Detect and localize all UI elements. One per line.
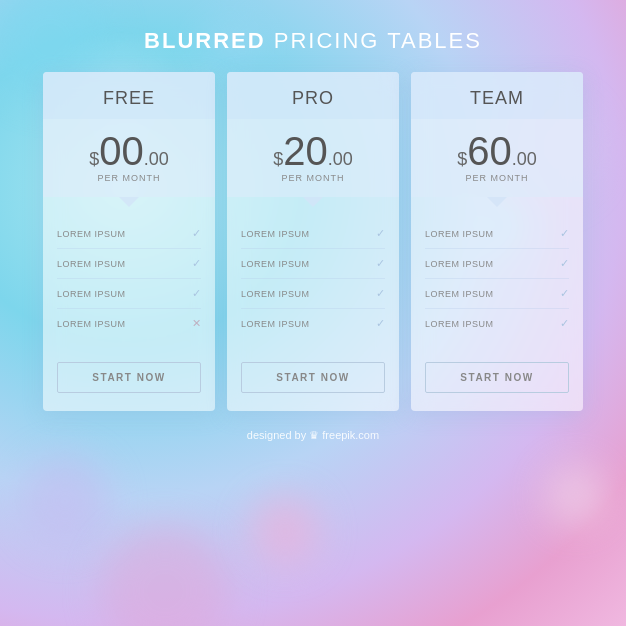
footer: designed by ♛ freepik.com [0,429,626,442]
price-cents: .00 [144,149,169,170]
feature-label: LOREM IPSUM [425,229,494,239]
card-title-team: TEAM [421,88,573,109]
card-header-team: TEAM [411,72,583,119]
card-title-free: FREE [53,88,205,109]
list-item: LOREM IPSUM✓ [425,249,569,279]
crown-icon: ♛ [309,429,319,441]
card-features-pro: LOREM IPSUM✓LOREM IPSUM✓LOREM IPSUM✓LORE… [227,197,399,352]
check-icon: ✓ [192,227,201,240]
card-header-pro: PRO [227,72,399,119]
price-period: PER MONTH [53,173,205,183]
list-item: LOREM IPSUM✓ [57,219,201,249]
price-main: 20 [283,131,328,171]
feature-label: LOREM IPSUM [57,229,126,239]
cross-icon: ✕ [192,317,201,330]
feature-label: LOREM IPSUM [425,319,494,329]
list-item: LOREM IPSUM✓ [57,279,201,309]
feature-label: LOREM IPSUM [241,319,310,329]
feature-label: LOREM IPSUM [241,229,310,239]
price-period: PER MONTH [237,173,389,183]
feature-label: LOREM IPSUM [241,289,310,299]
check-icon: ✓ [560,227,569,240]
check-icon: ✓ [192,287,201,300]
start-button-free[interactable]: START NOW [57,362,201,393]
list-item: LOREM IPSUM✓ [425,219,569,249]
feature-label: LOREM IPSUM [425,259,494,269]
list-item: LOREM IPSUM✓ [425,279,569,309]
check-icon: ✓ [560,287,569,300]
check-icon: ✓ [560,317,569,330]
price-dollar-sign: $ [457,149,467,170]
check-icon: ✓ [376,257,385,270]
card-price-free: $00.00PER MONTH [43,119,215,197]
price-dollar-sign: $ [273,149,283,170]
card-title-pro: PRO [237,88,389,109]
footer-text: designed by ♛ freepik.com [247,429,379,441]
card-features-team: LOREM IPSUM✓LOREM IPSUM✓LOREM IPSUM✓LORE… [411,197,583,352]
start-button-pro[interactable]: START NOW [241,362,385,393]
check-icon: ✓ [376,317,385,330]
price-period: PER MONTH [421,173,573,183]
price-main: 00 [99,131,144,171]
price-cents: .00 [512,149,537,170]
list-item: LOREM IPSUM✓ [241,309,385,338]
price-main: 60 [467,131,512,171]
pricing-card-team: TEAM$60.00PER MONTHLOREM IPSUM✓LOREM IPS… [411,72,583,411]
pricing-cards: FREE$00.00PER MONTHLOREM IPSUM✓LOREM IPS… [0,72,626,411]
list-item: LOREM IPSUM✓ [57,249,201,279]
check-icon: ✓ [192,257,201,270]
start-button-team[interactable]: START NOW [425,362,569,393]
feature-label: LOREM IPSUM [241,259,310,269]
list-item: LOREM IPSUM✕ [57,309,201,338]
list-item: LOREM IPSUM✓ [425,309,569,338]
list-item: LOREM IPSUM✓ [241,279,385,309]
pricing-card-free: FREE$00.00PER MONTHLOREM IPSUM✓LOREM IPS… [43,72,215,411]
page-title-bold: BLURRED [144,28,266,53]
price-cents: .00 [328,149,353,170]
list-item: LOREM IPSUM✓ [241,219,385,249]
card-price-pro: $20.00PER MONTH [227,119,399,197]
card-price-team: $60.00PER MONTH [411,119,583,197]
card-features-free: LOREM IPSUM✓LOREM IPSUM✓LOREM IPSUM✓LORE… [43,197,215,352]
page-title: BLURRED pricing tables [0,0,626,72]
price-dollar-sign: $ [89,149,99,170]
feature-label: LOREM IPSUM [57,289,126,299]
check-icon: ✓ [376,227,385,240]
list-item: LOREM IPSUM✓ [241,249,385,279]
feature-label: LOREM IPSUM [57,319,126,329]
check-icon: ✓ [376,287,385,300]
check-icon: ✓ [560,257,569,270]
card-header-free: FREE [43,72,215,119]
feature-label: LOREM IPSUM [425,289,494,299]
feature-label: LOREM IPSUM [57,259,126,269]
page-title-rest: pricing tables [266,28,482,53]
pricing-card-pro: PRO$20.00PER MONTHLOREM IPSUM✓LOREM IPSU… [227,72,399,411]
